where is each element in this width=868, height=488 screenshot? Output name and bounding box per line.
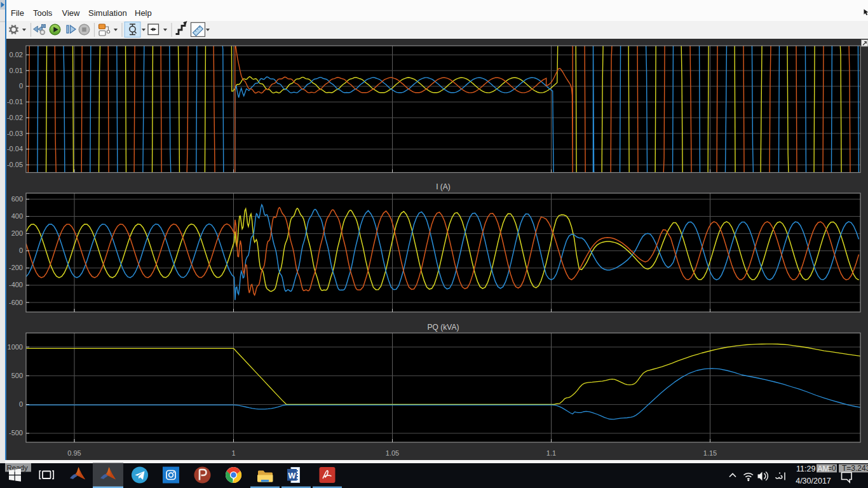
- svg-text:1: 1: [231, 449, 235, 457]
- svg-text:PQ (kVA): PQ (kVA): [428, 323, 459, 332]
- svg-text:0.02: 0.02: [10, 51, 23, 58]
- svg-text:W: W: [288, 471, 296, 480]
- svg-text:-0.03: -0.03: [7, 130, 23, 137]
- svg-text:400: 400: [11, 212, 23, 220]
- svg-text:0: 0: [19, 400, 23, 408]
- svg-text:I (A): I (A): [436, 182, 451, 191]
- svg-text:-0.05: -0.05: [7, 161, 23, 168]
- svg-text:1000: 1000: [8, 343, 23, 351]
- svg-text:0.95: 0.95: [67, 449, 81, 457]
- svg-text:4/30/2017: 4/30/2017: [796, 477, 831, 485]
- svg-text:600: 600: [11, 195, 23, 203]
- svg-text:T=3.243: T=3.243: [842, 464, 868, 473]
- svg-text:-0.01: -0.01: [7, 98, 23, 105]
- svg-text:-200: -200: [9, 264, 23, 271]
- svg-text:-0.02: -0.02: [7, 114, 23, 121]
- svg-text:-500: -500: [9, 429, 23, 437]
- svg-text:1.15: 1.15: [703, 449, 717, 457]
- svg-text:0.01: 0.01: [10, 67, 23, 74]
- svg-text:1.05: 1.05: [386, 449, 399, 457]
- svg-text:-400: -400: [9, 281, 23, 288]
- svg-text:0: 0: [19, 247, 23, 254]
- svg-text:-0.04: -0.04: [7, 145, 23, 152]
- svg-text:0: 0: [19, 82, 23, 90]
- svg-text:11:29 AM: 11:29 AM: [796, 464, 829, 473]
- svg-text:1.1: 1.1: [546, 449, 556, 457]
- svg-text:200: 200: [11, 229, 23, 237]
- svg-text:-600: -600: [9, 299, 23, 306]
- svg-text:500: 500: [11, 372, 23, 379]
